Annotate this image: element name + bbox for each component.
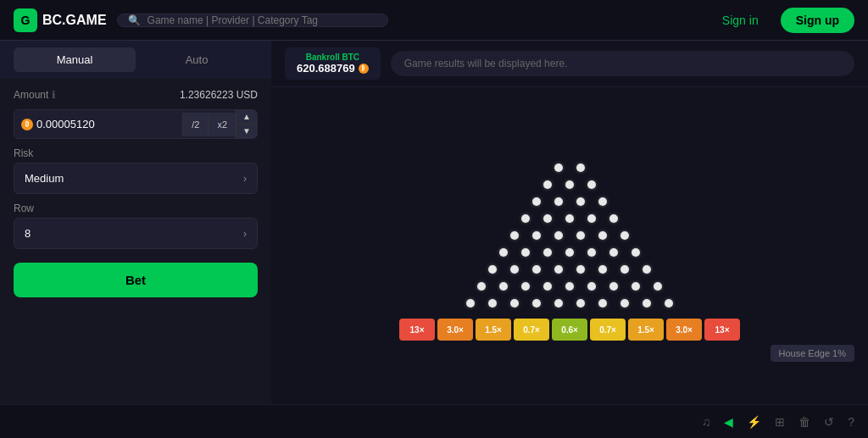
grid-icon[interactable]: ⊞ [775, 415, 785, 429]
peg [510, 265, 519, 274]
row-label: Row [14, 202, 258, 214]
peg-row [492, 244, 647, 261]
multiplier-box[interactable]: 0.6× [552, 319, 587, 341]
house-edge-badge: House Edge 1% [771, 345, 855, 362]
results-text: Game results will be displayed here. [404, 58, 568, 69]
search-input[interactable] [147, 14, 377, 26]
multiplier-box[interactable]: 13× [399, 319, 435, 341]
risk-value: Medium [25, 172, 64, 185]
amount-label: Amount ℹ [14, 89, 56, 101]
multiplier-box[interactable]: 0.7× [590, 319, 626, 341]
peg [598, 197, 607, 206]
main-layout: Manual Auto Amount ℹ 1.23626223 USD ₿ 0.… [0, 41, 868, 404]
half-button[interactable]: /2 [182, 113, 208, 136]
peg [532, 299, 541, 308]
peg [632, 248, 640, 257]
multiplier-box[interactable]: 0.7× [514, 319, 549, 341]
signup-button[interactable]: Sign up [781, 8, 854, 33]
topnav: G BC.GAME 🔍 Sign in Sign up [0, 0, 868, 41]
peg [632, 282, 640, 291]
peg [620, 299, 629, 308]
peg [665, 299, 673, 308]
bankroll-amount: 620.688769 [297, 62, 355, 75]
lightning-icon[interactable]: ⚡ [747, 415, 761, 429]
multiplier-box[interactable]: 1.5× [628, 319, 664, 341]
peg [554, 164, 563, 172]
music-icon[interactable]: ♫ [702, 415, 711, 429]
peg [587, 180, 596, 189]
peg [521, 248, 530, 257]
volume-icon[interactable]: ◀ [724, 415, 733, 429]
peg [598, 231, 607, 240]
peg [565, 282, 574, 291]
amount-usd: 1.23626223 USD [180, 89, 258, 101]
peg [554, 265, 563, 274]
search-icon: 🔍 [128, 14, 141, 26]
double-button[interactable]: x2 [208, 113, 236, 136]
peg [620, 231, 629, 240]
tab-auto[interactable]: Auto [136, 47, 258, 72]
peg [466, 299, 475, 308]
peg [643, 299, 651, 308]
peg [576, 299, 585, 308]
bankroll-box: Bankroll BTC 620.688769 ₿ [285, 47, 381, 80]
row-value: 8 [25, 227, 31, 240]
row-row: Row 8 › [14, 202, 258, 249]
signin-button[interactable]: Sign in [710, 8, 771, 32]
trash-icon[interactable]: 🗑 [798, 415, 810, 429]
peg [510, 299, 519, 308]
search-bar[interactable]: 🔍 [117, 14, 388, 27]
peg [554, 231, 563, 240]
plinko-board: 13×3.0×1.5×0.7×0.6×0.7×1.5×3.0×13× [399, 159, 740, 341]
stepper-up[interactable]: ▲ [236, 110, 257, 125]
stepper-down[interactable]: ▼ [236, 125, 257, 138]
help-icon[interactable]: ? [848, 415, 854, 429]
peg [565, 180, 574, 189]
amount-stepper: ▲ ▼ [236, 110, 257, 138]
left-panel: Manual Auto Amount ℹ 1.23626223 USD ₿ 0.… [0, 41, 271, 404]
peg [532, 197, 541, 206]
game-header: Bankroll BTC 620.688769 ₿ Game results w… [271, 41, 868, 87]
risk-label: Risk [14, 147, 258, 159]
bet-amount-value: 0.00005120 [36, 111, 95, 137]
peg [477, 282, 486, 291]
peg [609, 214, 618, 223]
peg [609, 248, 618, 257]
peg-row [481, 261, 658, 278]
risk-row: Risk Medium › [14, 147, 258, 194]
peg [587, 282, 596, 291]
peg [510, 231, 519, 240]
bankroll-label: Bankroll BTC [297, 53, 369, 62]
peg [587, 214, 596, 223]
peg [587, 248, 596, 257]
multiplier-box[interactable]: 3.0× [666, 319, 702, 341]
peg [532, 265, 541, 274]
btc-coin-icon: ₿ [21, 119, 33, 130]
bet-button[interactable]: Bet [14, 263, 258, 297]
logo[interactable]: G BC.GAME [14, 8, 107, 32]
peg [543, 214, 552, 223]
amount-row: Amount ℹ 1.23626223 USD [14, 89, 258, 101]
peg [499, 282, 508, 291]
multiplier-row: 13×3.0×1.5×0.7×0.6×0.7×1.5×3.0×13× [399, 319, 740, 341]
logo-text: BC.GAME [42, 13, 107, 28]
risk-select[interactable]: Medium › [14, 163, 258, 194]
multiplier-box[interactable]: 3.0× [437, 319, 473, 341]
multiplier-box[interactable]: 13× [704, 319, 740, 341]
peg [521, 214, 530, 223]
peg [554, 299, 563, 308]
peg-row [459, 295, 680, 312]
peg-row [515, 210, 625, 227]
form-area: Amount ℹ 1.23626223 USD ₿ 0.00005120 /2 … [0, 79, 271, 308]
info-icon: ℹ [52, 89, 56, 101]
game-results-bar: Game results will be displayed here. [391, 51, 854, 76]
peg [576, 231, 585, 240]
tab-manual[interactable]: Manual [14, 47, 136, 72]
peg-row [548, 159, 592, 176]
peg [488, 299, 497, 308]
bankroll-value: 620.688769 ₿ [297, 62, 369, 75]
multiplier-box[interactable]: 1.5× [476, 319, 511, 341]
peg [543, 282, 552, 291]
row-select[interactable]: 8 › [14, 218, 258, 249]
refresh-icon[interactable]: ↺ [824, 415, 834, 429]
